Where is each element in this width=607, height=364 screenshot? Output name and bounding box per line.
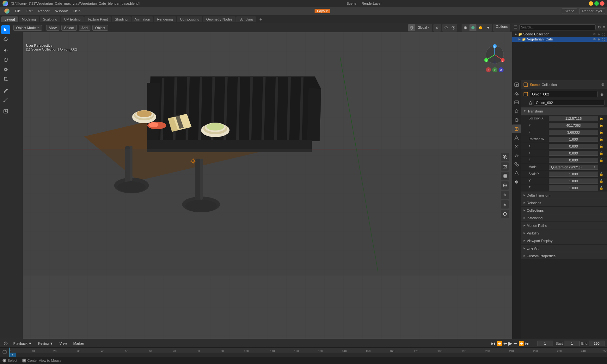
prop-output[interactable] [512,89,521,98]
rotation-w-lock[interactable]: 🔒 [598,137,604,141]
instancing-section[interactable]: ▶ Instancing [521,214,607,222]
next-frame-btn[interactable]: ⏩ [518,341,524,346]
scale-y-lock[interactable]: 🔒 [598,179,604,183]
vp-zoom-in[interactable] [501,153,509,161]
vp-edit[interactable]: ✎ [501,191,509,199]
tool-scale[interactable] [1,65,10,74]
prop-modifiers[interactable] [512,133,521,142]
tab-sculpting[interactable]: Sculpting [40,16,60,22]
viewport-shading-solid[interactable] [462,24,469,31]
vp-overlay[interactable] [501,181,509,190]
options-button[interactable]: Options [493,24,510,32]
layout-tab[interactable]: Layout [315,9,330,13]
pin-icon[interactable] [599,92,604,97]
mode-dropdown[interactable]: Object Mode ▼ [13,25,42,31]
transform-section-header[interactable]: ▼ Transform [521,107,607,115]
axis-gizmo[interactable]: Z X Y X [484,44,506,66]
sub-object-name-input[interactable] [534,100,604,106]
rotation-y-value[interactable]: 0.000 [549,151,598,156]
proportional-edit[interactable] [450,24,457,31]
scale-y-value[interactable]: 1.000 [549,179,598,184]
viewport[interactable]: Object Mode ▼ View Select Add Object Glo… [11,23,512,339]
location-z-value[interactable]: 3.68333 [549,130,598,135]
vp-camera[interactable] [501,162,509,171]
gizmo-y-button[interactable]: Y [492,67,497,72]
window-controls[interactable] [589,1,604,6]
maximize-button[interactable] [594,1,599,6]
close-button[interactable] [600,1,604,6]
prev-keyframe-btn[interactable]: ⬅ [503,341,507,346]
next-keyframe-btn[interactable]: ➡ [513,341,517,346]
prop-scene-settings[interactable] [512,107,521,116]
tool-transform[interactable] [1,75,10,83]
vp-snap[interactable] [501,210,509,218]
rotation-y-lock[interactable]: 🔒 [598,151,604,155]
menu-edit[interactable]: Edit [24,9,35,14]
tool-add[interactable] [1,107,10,116]
jump-start-btn[interactable]: ⏮ [491,341,495,346]
scale-z-lock[interactable]: 🔒 [598,186,604,190]
keying-btn[interactable]: Keying ▼ [36,341,55,346]
prop-render[interactable] [512,80,521,89]
tab-shading[interactable]: Shading [112,16,131,22]
outliner-item-vegetarian-cafe[interactable]: ▶ 📁 Vegetarian_Cafe 👁 🖱 ◯ [512,37,607,42]
scale-x-lock[interactable]: 🔒 [598,172,604,176]
outliner-search[interactable] [519,24,596,30]
transform-pivot[interactable] [434,24,441,31]
gizmo-z-button[interactable]: Z [499,67,504,72]
object-name-input[interactable] [530,91,598,97]
prop-object-data[interactable] [512,169,521,178]
rotation-x-lock[interactable]: 🔒 [598,144,604,148]
viewport-object[interactable]: Object [92,25,108,31]
menu-render[interactable]: Render [36,9,52,14]
snap-toggle[interactable] [443,24,450,31]
tool-move[interactable] [1,46,10,55]
delta-transform-section[interactable]: ▶ Delta Transform [521,191,607,199]
outliner-filter[interactable]: ⚙ [598,25,601,29]
global-selector[interactable]: Global ▼ [416,24,432,31]
menu-help[interactable]: Help [71,9,83,14]
prev-frame-btn[interactable]: ⏪ [497,341,502,346]
location-x-lock[interactable]: 🔒 [598,117,604,120]
vp-grid[interactable] [501,172,509,180]
prop-physics[interactable] [512,151,521,160]
tab-uv-editing[interactable]: UV Editing [61,16,84,22]
view-btn[interactable]: View [58,341,69,346]
mode-selector[interactable]: Quaternion (WXYZ) ▼ [549,165,598,170]
location-y-lock[interactable]: 🔒 [598,124,604,127]
tab-animation[interactable]: Animation [132,16,153,22]
prop-constraints[interactable] [512,160,521,169]
timeline-main[interactable]: 1 10 20 30 40 50 60 70 80 90 100 110 120… [9,348,607,357]
viewport-shading-toggle[interactable]: ▼ [485,24,492,31]
rotation-z-value[interactable]: 0.000 [549,158,598,163]
prop-particles[interactable] [512,142,521,151]
tool-select[interactable] [1,25,10,34]
tab-scripting[interactable]: Scripting [236,16,256,22]
prop-material[interactable] [512,178,521,186]
jump-end-btn[interactable]: ⏭ [525,341,530,346]
scale-x-value[interactable]: 1.000 [549,172,598,177]
custom-properties-section[interactable]: ▶ Custom Properties [521,252,607,260]
rotation-z-lock[interactable]: 🔒 [598,158,604,162]
play-btn[interactable]: ▶ [508,340,512,346]
scene-selector[interactable]: Scene [562,8,577,14]
tab-rendering[interactable]: Rendering [154,16,176,22]
rotation-w-value[interactable]: 1.000 [549,137,598,142]
location-y-value[interactable]: 40.17363 [549,123,598,128]
viewport-view[interactable]: View [46,25,59,31]
prop-world[interactable] [512,116,521,124]
visibility-section[interactable]: ▶ Visibility [521,229,607,237]
viewport-select[interactable]: Select [61,25,77,31]
tab-compositing[interactable]: Compositing [177,16,202,22]
tool-rotate[interactable] [1,56,10,64]
playback-btn[interactable]: Playback ▼ [11,341,34,346]
viewport-add[interactable]: Add [79,25,91,31]
outliner-item-scene-collection[interactable]: ▶ 📁 Scene Collection 👁 🖱 ◯ [512,32,607,37]
viewport-display-section[interactable]: ▶ Viewport Display [521,237,607,245]
vp-view-obj[interactable]: ◈ [501,200,509,209]
tab-texture-paint[interactable]: Texture Paint [84,16,111,22]
outliner-restrict[interactable]: ≡ [603,25,605,29]
collections-section[interactable]: ▶ Collections [521,207,607,214]
viewport-shading-material[interactable] [469,24,476,31]
tab-modeling[interactable]: Modeling [19,16,39,22]
